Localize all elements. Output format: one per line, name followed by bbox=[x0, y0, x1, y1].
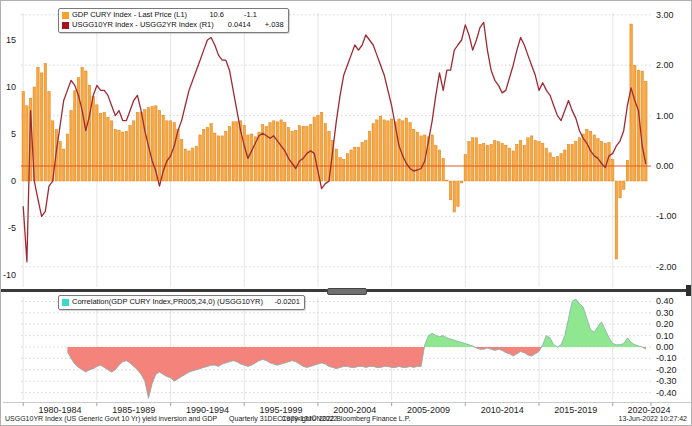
chart-canvas: 151050-5-103.002.001.000.00-1.00-2.000.4… bbox=[1, 1, 692, 426]
x-axis: 1980-19841985-19891990-19941995-19992000… bbox=[3, 403, 691, 416]
svg-text:-2.00: -2.00 bbox=[656, 262, 677, 272]
main-left-axis: 151050-5-10 bbox=[3, 35, 16, 280]
gdp-series-swatch-icon bbox=[62, 12, 69, 19]
svg-text:1990-1994: 1990-1994 bbox=[186, 405, 229, 415]
svg-text:2000-2004: 2000-2004 bbox=[333, 405, 376, 415]
correlation-legend[interactable]: Correlation(GDP CURY Index,PR005,24,0) (… bbox=[58, 295, 305, 310]
panel-divider[interactable] bbox=[1, 289, 692, 292]
footer-copyright: Copyright© 2022 Bloomberg Finance L.P. bbox=[282, 415, 411, 422]
correlation-series-label: Correlation(GDP CURY Index,PR005,24,0) (… bbox=[72, 297, 263, 307]
svg-text:5: 5 bbox=[11, 129, 16, 139]
legend-row-spread[interactable]: USGG10YR Index - USGG2YR Index (R1) 0.04… bbox=[62, 20, 284, 30]
correlation-series-swatch-icon bbox=[62, 299, 69, 306]
gdp-change-value: -1.1 bbox=[227, 10, 257, 20]
svg-text:0.40: 0.40 bbox=[656, 296, 674, 306]
svg-text:-0.40: -0.40 bbox=[656, 388, 677, 398]
svg-text:-0.30: -0.30 bbox=[656, 376, 677, 386]
svg-text:-5: -5 bbox=[8, 223, 16, 233]
legend-row-correlation[interactable]: Correlation(GDP CURY Index,PR005,24,0) (… bbox=[62, 297, 300, 307]
svg-text:10: 10 bbox=[6, 82, 16, 92]
svg-text:2005-2009: 2005-2009 bbox=[407, 405, 450, 415]
panel-divider-right-handle[interactable] bbox=[686, 285, 692, 296]
svg-text:1995-1999: 1995-1999 bbox=[260, 405, 303, 415]
svg-text:1980-1984: 1980-1984 bbox=[39, 405, 82, 415]
panel-divider-drag-handle[interactable] bbox=[327, 288, 367, 295]
main-right-axis: 3.002.001.000.00-1.00-2.00 bbox=[656, 10, 677, 272]
svg-text:1985-1989: 1985-1989 bbox=[112, 405, 155, 415]
spread-change-value: +.038 bbox=[254, 20, 284, 30]
svg-text:0.30: 0.30 bbox=[656, 308, 674, 318]
correlation-last-value: -0.0201 bbox=[266, 297, 300, 307]
svg-text:-1.00: -1.00 bbox=[656, 211, 677, 221]
spread-series-label: USGG10YR Index - USGG2YR Index (R1) bbox=[72, 20, 214, 30]
gdp-last-value: 10.6 bbox=[190, 10, 224, 20]
svg-text:2015-2019: 2015-2019 bbox=[554, 405, 597, 415]
main-chart-plot-area[interactable] bbox=[21, 13, 651, 287]
spread-series-swatch-icon bbox=[62, 22, 69, 29]
svg-text:-0.20: -0.20 bbox=[656, 365, 677, 375]
svg-text:-0.10: -0.10 bbox=[656, 353, 677, 363]
footer-chart-title: USGG10YR Index (US Generic Govt 10 Yr) y… bbox=[5, 415, 217, 422]
correlation-right-axis: 0.400.300.200.100.00-0.10-0.20-0.30-0.40 bbox=[656, 296, 677, 397]
svg-text:-10: -10 bbox=[3, 270, 16, 280]
svg-text:0.10: 0.10 bbox=[656, 331, 674, 341]
svg-text:15: 15 bbox=[6, 35, 16, 45]
spread-last-value: 0.0414 bbox=[217, 20, 251, 30]
svg-text:0.20: 0.20 bbox=[656, 319, 674, 329]
gdp-series-label: GDP CURY Index - Last Price (L1) bbox=[72, 10, 187, 20]
svg-text:3.00: 3.00 bbox=[656, 10, 674, 20]
legend-row-gdp[interactable]: GDP CURY Index - Last Price (L1) 10.6 -1… bbox=[62, 10, 284, 20]
bloomberg-chart-window: 151050-5-103.002.001.000.00-1.00-2.000.4… bbox=[0, 0, 692, 426]
footer-timestamp: 13-Jun-2022 10:27:42 bbox=[619, 415, 688, 422]
svg-text:0: 0 bbox=[11, 176, 16, 186]
svg-text:2.00: 2.00 bbox=[656, 60, 674, 70]
svg-text:2010-2014: 2010-2014 bbox=[481, 405, 524, 415]
svg-text:0.00: 0.00 bbox=[656, 161, 674, 171]
svg-text:1.00: 1.00 bbox=[656, 111, 674, 121]
main-legend[interactable]: GDP CURY Index - Last Price (L1) 10.6 -1… bbox=[58, 8, 289, 33]
correlation-plot-area[interactable] bbox=[21, 297, 651, 400]
svg-text:2020-2024: 2020-2024 bbox=[627, 405, 670, 415]
svg-text:0.00: 0.00 bbox=[656, 342, 674, 352]
